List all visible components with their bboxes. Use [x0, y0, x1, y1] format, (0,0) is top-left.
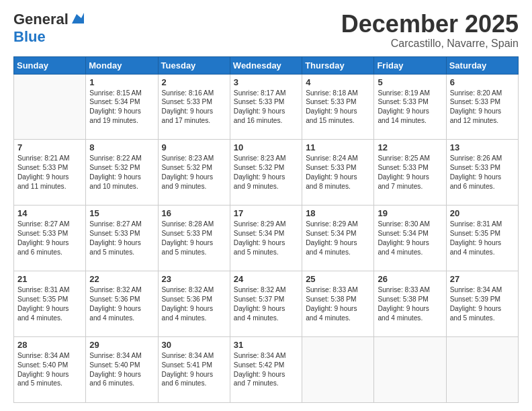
day-number: 2: [162, 77, 226, 87]
day-cell-4-5: [374, 337, 446, 403]
week-row-5: 28Sunrise: 8:34 AM Sunset: 5:40 PM Dayli…: [14, 337, 519, 403]
day-cell-0-3: 3Sunrise: 8:17 AM Sunset: 5:33 PM Daylig…: [230, 74, 302, 140]
day-number: 6: [450, 77, 515, 87]
day-cell-0-4: 4Sunrise: 8:18 AM Sunset: 5:33 PM Daylig…: [302, 74, 374, 140]
day-cell-4-3: 31Sunrise: 8:34 AM Sunset: 5:42 PM Dayli…: [230, 337, 302, 403]
day-number: 20: [450, 208, 515, 218]
day-cell-2-0: 14Sunrise: 8:27 AM Sunset: 5:33 PM Dayli…: [14, 205, 86, 271]
day-cell-0-2: 2Sunrise: 8:16 AM Sunset: 5:33 PM Daylig…: [158, 74, 230, 140]
day-cell-2-3: 17Sunrise: 8:29 AM Sunset: 5:34 PM Dayli…: [230, 205, 302, 271]
day-info: Sunrise: 8:17 AM Sunset: 5:33 PM Dayligh…: [234, 89, 298, 126]
day-info: Sunrise: 8:31 AM Sunset: 5:35 PM Dayligh…: [450, 220, 515, 257]
day-info: Sunrise: 8:32 AM Sunset: 5:37 PM Dayligh…: [234, 285, 298, 322]
day-number: 16: [162, 208, 226, 218]
logo-bird-icon: [69, 11, 84, 26]
svg-marker-0: [72, 13, 84, 24]
col-sunday: Sunday: [14, 56, 86, 74]
day-cell-1-3: 10Sunrise: 8:23 AM Sunset: 5:32 PM Dayli…: [230, 140, 302, 205]
day-number: 26: [378, 274, 442, 284]
month-title: December 2025: [341, 11, 519, 38]
day-info: Sunrise: 8:34 AM Sunset: 5:42 PM Dayligh…: [234, 351, 298, 388]
day-cell-4-2: 30Sunrise: 8:34 AM Sunset: 5:41 PM Dayli…: [158, 337, 230, 403]
logo-blue-line: Blue: [13, 28, 46, 46]
day-cell-1-6: 13Sunrise: 8:26 AM Sunset: 5:33 PM Dayli…: [446, 140, 518, 205]
calendar-table: Sunday Monday Tuesday Wednesday Thursday…: [13, 56, 519, 403]
day-cell-0-6: 6Sunrise: 8:20 AM Sunset: 5:33 PM Daylig…: [446, 74, 518, 140]
logo-blue-text: Blue: [13, 28, 46, 45]
day-number: 22: [89, 274, 154, 284]
day-cell-0-1: 1Sunrise: 8:15 AM Sunset: 5:34 PM Daylig…: [86, 74, 158, 140]
location: Carcastillo, Navarre, Spain: [341, 38, 519, 50]
col-wednesday: Wednesday: [230, 56, 302, 74]
day-number: 3: [234, 77, 298, 87]
day-info: Sunrise: 8:29 AM Sunset: 5:34 PM Dayligh…: [234, 220, 298, 257]
day-number: 5: [378, 77, 442, 87]
day-number: 13: [450, 142, 515, 152]
day-info: Sunrise: 8:31 AM Sunset: 5:35 PM Dayligh…: [17, 285, 82, 322]
day-number: 1: [89, 77, 154, 87]
page-container: General Blue December 2025 Carcastillo, …: [0, 0, 532, 411]
day-number: 14: [17, 208, 82, 218]
col-saturday: Saturday: [446, 56, 518, 74]
day-cell-2-6: 20Sunrise: 8:31 AM Sunset: 5:35 PM Dayli…: [446, 205, 518, 271]
day-cell-4-6: [446, 337, 518, 403]
day-cell-3-5: 26Sunrise: 8:33 AM Sunset: 5:38 PM Dayli…: [374, 271, 446, 337]
day-cell-0-0: [14, 74, 86, 140]
logo: General Blue: [13, 11, 84, 46]
day-cell-3-6: 27Sunrise: 8:34 AM Sunset: 5:39 PM Dayli…: [446, 271, 518, 337]
col-monday: Monday: [86, 56, 158, 74]
day-number: 25: [306, 274, 370, 284]
day-cell-2-4: 18Sunrise: 8:29 AM Sunset: 5:34 PM Dayli…: [302, 205, 374, 271]
day-info: Sunrise: 8:27 AM Sunset: 5:33 PM Dayligh…: [17, 220, 82, 257]
day-info: Sunrise: 8:28 AM Sunset: 5:33 PM Dayligh…: [162, 220, 226, 257]
day-cell-1-4: 11Sunrise: 8:24 AM Sunset: 5:33 PM Dayli…: [302, 140, 374, 205]
day-info: Sunrise: 8:34 AM Sunset: 5:40 PM Dayligh…: [89, 351, 154, 388]
day-number: 15: [89, 208, 154, 218]
day-info: Sunrise: 8:25 AM Sunset: 5:33 PM Dayligh…: [378, 154, 442, 191]
day-info: Sunrise: 8:20 AM Sunset: 5:33 PM Dayligh…: [450, 89, 515, 126]
day-cell-3-1: 22Sunrise: 8:32 AM Sunset: 5:36 PM Dayli…: [86, 271, 158, 337]
day-info: Sunrise: 8:26 AM Sunset: 5:33 PM Dayligh…: [450, 154, 515, 191]
week-row-2: 7Sunrise: 8:21 AM Sunset: 5:33 PM Daylig…: [14, 140, 519, 205]
logo-wrapper: General: [13, 11, 84, 28]
day-number: 9: [162, 142, 226, 152]
calendar-header-row: Sunday Monday Tuesday Wednesday Thursday…: [14, 56, 519, 74]
day-info: Sunrise: 8:16 AM Sunset: 5:33 PM Dayligh…: [162, 89, 226, 126]
logo-general-text: General: [13, 11, 69, 28]
day-number: 17: [234, 208, 298, 218]
day-info: Sunrise: 8:32 AM Sunset: 5:36 PM Dayligh…: [89, 285, 154, 322]
day-cell-3-2: 23Sunrise: 8:32 AM Sunset: 5:36 PM Dayli…: [158, 271, 230, 337]
day-number: 21: [17, 274, 82, 284]
day-number: 12: [378, 142, 442, 152]
col-thursday: Thursday: [302, 56, 374, 74]
week-row-4: 21Sunrise: 8:31 AM Sunset: 5:35 PM Dayli…: [14, 271, 519, 337]
day-cell-1-1: 8Sunrise: 8:22 AM Sunset: 5:32 PM Daylig…: [86, 140, 158, 205]
day-info: Sunrise: 8:27 AM Sunset: 5:33 PM Dayligh…: [89, 220, 154, 257]
day-info: Sunrise: 8:23 AM Sunset: 5:32 PM Dayligh…: [234, 154, 298, 191]
col-tuesday: Tuesday: [158, 56, 230, 74]
title-block: December 2025 Carcastillo, Navarre, Spai…: [341, 11, 519, 50]
day-cell-2-2: 16Sunrise: 8:28 AM Sunset: 5:33 PM Dayli…: [158, 205, 230, 271]
day-info: Sunrise: 8:15 AM Sunset: 5:34 PM Dayligh…: [89, 89, 154, 126]
day-number: 24: [234, 274, 298, 284]
day-number: 7: [17, 142, 82, 152]
day-info: Sunrise: 8:30 AM Sunset: 5:34 PM Dayligh…: [378, 220, 442, 257]
day-cell-3-4: 25Sunrise: 8:33 AM Sunset: 5:38 PM Dayli…: [302, 271, 374, 337]
day-number: 28: [17, 340, 82, 350]
day-info: Sunrise: 8:34 AM Sunset: 5:39 PM Dayligh…: [450, 285, 515, 322]
col-friday: Friday: [374, 56, 446, 74]
day-info: Sunrise: 8:34 AM Sunset: 5:41 PM Dayligh…: [162, 351, 226, 388]
day-info: Sunrise: 8:32 AM Sunset: 5:36 PM Dayligh…: [162, 285, 226, 322]
day-number: 11: [306, 142, 370, 152]
day-info: Sunrise: 8:33 AM Sunset: 5:38 PM Dayligh…: [378, 285, 442, 322]
day-info: Sunrise: 8:33 AM Sunset: 5:38 PM Dayligh…: [306, 285, 370, 322]
day-number: 18: [306, 208, 370, 218]
day-number: 8: [89, 142, 154, 152]
header: General Blue December 2025 Carcastillo, …: [13, 11, 519, 50]
day-info: Sunrise: 8:23 AM Sunset: 5:32 PM Dayligh…: [162, 154, 226, 191]
day-cell-2-5: 19Sunrise: 8:30 AM Sunset: 5:34 PM Dayli…: [374, 205, 446, 271]
day-number: 27: [450, 274, 515, 284]
day-cell-4-4: [302, 337, 374, 403]
day-number: 10: [234, 142, 298, 152]
day-cell-2-1: 15Sunrise: 8:27 AM Sunset: 5:33 PM Dayli…: [86, 205, 158, 271]
